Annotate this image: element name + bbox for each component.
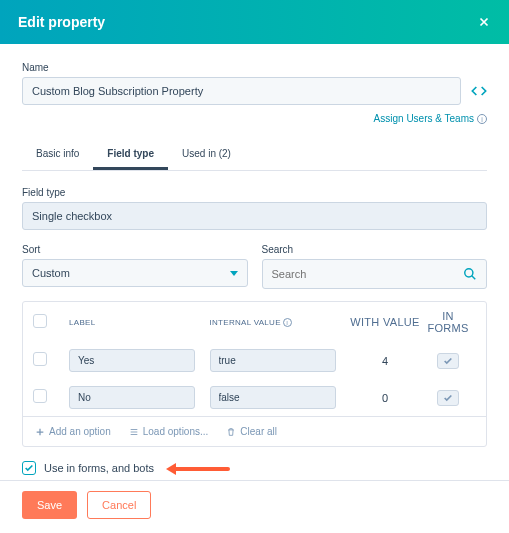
col-label: LABEL bbox=[69, 318, 210, 327]
plus-icon bbox=[35, 427, 45, 437]
annotation-arrow bbox=[168, 462, 230, 474]
load-options-button[interactable]: Load options... bbox=[129, 426, 209, 437]
svg-point-0 bbox=[465, 269, 473, 277]
table-row: 0 bbox=[23, 379, 486, 416]
in-forms-toggle[interactable] bbox=[437, 390, 459, 406]
clear-all-button[interactable]: Clear all bbox=[226, 426, 277, 437]
select-all-checkbox[interactable] bbox=[33, 314, 47, 328]
options-table: LABEL INTERNAL VALUEi WITH VALUE IN FORM… bbox=[22, 301, 487, 447]
modal-header: Edit property bbox=[0, 0, 509, 44]
name-input[interactable] bbox=[22, 77, 461, 105]
option-label-input[interactable] bbox=[69, 386, 195, 409]
tab-used-in[interactable]: Used in (2) bbox=[168, 140, 245, 170]
option-label-input[interactable] bbox=[69, 349, 195, 372]
name-label: Name bbox=[22, 62, 487, 73]
row-checkbox[interactable] bbox=[33, 389, 47, 403]
search-input-wrap[interactable] bbox=[262, 259, 488, 289]
table-row: 4 bbox=[23, 342, 486, 379]
field-type-value: Single checkbox bbox=[22, 202, 487, 230]
tab-basic-info[interactable]: Basic info bbox=[22, 140, 93, 170]
search-icon bbox=[463, 267, 477, 281]
with-value-count: 0 bbox=[350, 392, 420, 404]
use-in-forms-label: Use in forms, and bots bbox=[44, 462, 154, 474]
list-icon bbox=[129, 427, 139, 437]
chevron-down-icon bbox=[230, 271, 238, 276]
option-internal-input[interactable] bbox=[210, 349, 336, 372]
footer: Save Cancel bbox=[0, 480, 509, 533]
option-internal-input[interactable] bbox=[210, 386, 336, 409]
modal-title: Edit property bbox=[18, 14, 105, 30]
sort-select[interactable]: Custom bbox=[22, 259, 248, 287]
close-icon[interactable] bbox=[477, 15, 491, 29]
code-icon[interactable] bbox=[471, 83, 487, 99]
col-internal: INTERNAL VALUEi bbox=[210, 318, 351, 327]
use-in-forms-checkbox[interactable] bbox=[22, 461, 36, 475]
info-icon: i bbox=[477, 114, 487, 124]
search-label: Search bbox=[262, 244, 488, 255]
sort-label: Sort bbox=[22, 244, 248, 255]
col-in-forms: IN FORMS bbox=[420, 310, 476, 334]
search-input[interactable] bbox=[272, 268, 464, 280]
tab-field-type[interactable]: Field type bbox=[93, 140, 168, 170]
with-value-count: 4 bbox=[350, 355, 420, 367]
assign-users-link[interactable]: Assign Users & Teamsi bbox=[22, 113, 487, 124]
in-forms-toggle[interactable] bbox=[437, 353, 459, 369]
tabs: Basic info Field type Used in (2) bbox=[22, 140, 487, 171]
info-icon: i bbox=[283, 318, 292, 327]
field-type-label: Field type bbox=[22, 187, 487, 198]
cancel-button[interactable]: Cancel bbox=[87, 491, 151, 519]
save-button[interactable]: Save bbox=[22, 491, 77, 519]
sort-value: Custom bbox=[32, 267, 70, 279]
trash-icon bbox=[226, 427, 236, 437]
col-with-value: WITH VALUE bbox=[350, 316, 420, 328]
add-option-button[interactable]: Add an option bbox=[35, 426, 111, 437]
row-checkbox[interactable] bbox=[33, 352, 47, 366]
